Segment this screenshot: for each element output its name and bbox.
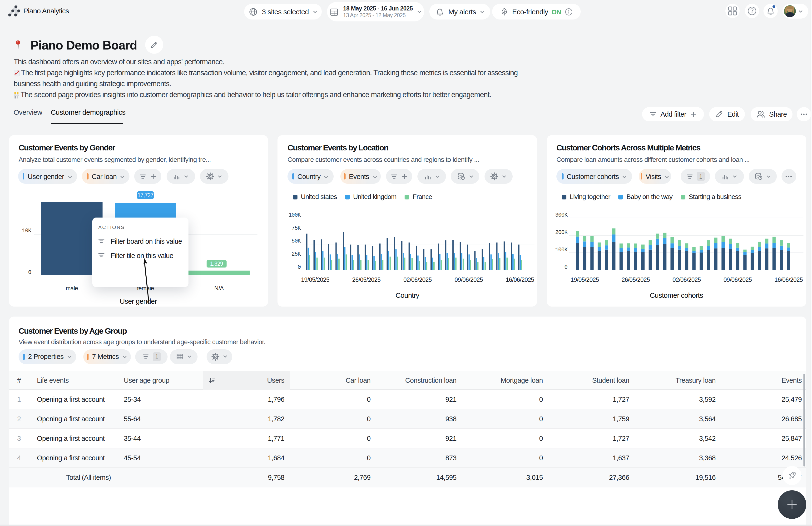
- svg-text:male: male: [66, 285, 78, 292]
- svg-text:0: 0: [298, 264, 301, 271]
- svg-text:100K: 100K: [555, 247, 568, 253]
- svg-text:26/05/2025: 26/05/2025: [621, 276, 650, 283]
- svg-text:0: 0: [564, 264, 567, 271]
- svg-text:16/06/2025: 16/06/2025: [506, 276, 534, 283]
- svg-text:02/06/2025: 02/06/2025: [672, 276, 701, 283]
- svg-text:19/05/2025: 19/05/2025: [570, 276, 599, 283]
- svg-text:10K: 10K: [22, 228, 31, 234]
- svg-text:09/06/2025: 09/06/2025: [455, 276, 483, 283]
- svg-text:09/06/2025: 09/06/2025: [724, 276, 752, 283]
- svg-text:25K: 25K: [292, 251, 301, 257]
- svg-text:16/06/2025: 16/06/2025: [774, 276, 803, 283]
- svg-text:75K: 75K: [292, 225, 301, 231]
- svg-text:26/05/2025: 26/05/2025: [352, 276, 381, 283]
- svg-text:100K: 100K: [289, 212, 301, 218]
- svg-text:200K: 200K: [555, 230, 568, 236]
- svg-text:Country: Country: [396, 291, 420, 299]
- svg-text:50K: 50K: [292, 238, 301, 244]
- svg-text:02/06/2025: 02/06/2025: [404, 276, 432, 283]
- svg-text:19/05/2025: 19/05/2025: [301, 276, 330, 283]
- svg-text:Customer cohorts: Customer cohorts: [650, 291, 703, 299]
- svg-text:N/A: N/A: [214, 285, 224, 292]
- svg-text:0: 0: [28, 269, 31, 276]
- svg-text:300K: 300K: [555, 212, 568, 218]
